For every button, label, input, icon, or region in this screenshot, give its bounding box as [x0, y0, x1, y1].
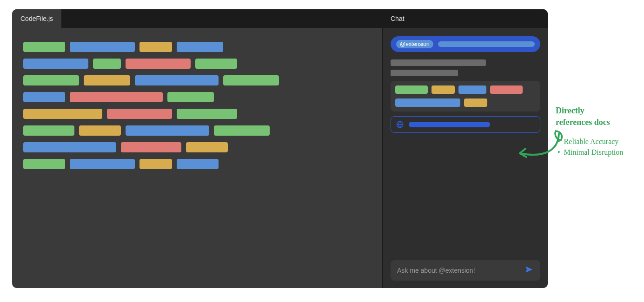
annotation: Directly references docs Reliable Accura… — [556, 105, 623, 158]
reply-text-line — [391, 70, 458, 76]
chat-body: @extension — [383, 28, 548, 254]
code-token — [84, 75, 130, 85]
chat-title: Chat — [391, 15, 405, 22]
code-token — [23, 92, 65, 102]
mention-badge: @extension — [396, 40, 433, 48]
code-line — [23, 59, 371, 69]
annotation-headline-line2: references docs — [556, 117, 623, 128]
code-token — [177, 109, 237, 119]
code-token — [195, 59, 237, 69]
code-token — [177, 159, 219, 169]
code-token — [23, 42, 65, 52]
code-token — [23, 159, 65, 169]
chat-input-placeholder: Ask me about @extension! — [397, 267, 520, 274]
annotation-bullet: Reliable Accuracy — [558, 137, 623, 147]
code-token — [121, 142, 181, 152]
snippet-row — [395, 85, 536, 94]
chat-input-area: Ask me about @extension! — [383, 254, 548, 288]
code-token — [135, 75, 219, 85]
code-line — [23, 125, 371, 136]
code-token — [23, 125, 74, 136]
annotation-bullets: Reliable AccuracyMinimal Disruption — [556, 137, 623, 158]
code-lines — [23, 42, 371, 169]
code-line — [23, 109, 371, 119]
code-token — [490, 85, 523, 94]
reply-text-line — [391, 59, 486, 66]
annotation-headline: Directly references docs — [556, 105, 623, 128]
code-line — [23, 92, 371, 102]
code-token — [395, 98, 460, 107]
code-line — [23, 159, 371, 169]
code-token — [70, 92, 163, 102]
code-token — [458, 85, 486, 94]
code-token — [23, 109, 102, 119]
code-token — [23, 142, 116, 152]
editor-pane: CodeFile.js — [12, 9, 383, 288]
assistant-reply — [391, 59, 540, 133]
editor-tab[interactable]: CodeFile.js — [12, 9, 61, 28]
send-icon[interactable] — [524, 265, 534, 276]
code-token — [139, 42, 172, 52]
code-token — [70, 42, 135, 52]
code-token — [214, 125, 270, 136]
code-token — [464, 98, 487, 107]
chat-header: Chat — [383, 9, 548, 28]
doc-reference-bar — [409, 122, 490, 127]
annotation-bullet: Minimal Disruption — [558, 147, 623, 158]
code-token — [70, 159, 135, 169]
code-token — [186, 142, 228, 152]
editor-tab-label: CodeFile.js — [20, 15, 53, 22]
code-token — [139, 159, 172, 169]
reply-text-lines — [391, 59, 540, 76]
ide-window: CodeFile.js Chat @extension — [12, 9, 548, 288]
code-line — [23, 142, 371, 152]
annotation-headline-line1: Directly — [556, 105, 623, 117]
code-token — [79, 125, 121, 136]
globe-icon — [396, 120, 404, 129]
user-message-bar — [438, 41, 535, 47]
code-token — [23, 59, 88, 69]
code-line — [23, 75, 371, 85]
code-token — [395, 85, 428, 94]
doc-reference-link[interactable] — [391, 116, 540, 133]
code-token — [432, 85, 455, 94]
user-message-pill: @extension — [391, 36, 540, 52]
code-token — [126, 59, 191, 69]
code-token — [177, 42, 223, 52]
reply-code-snippet — [391, 81, 540, 112]
code-token — [126, 125, 209, 136]
editor-body[interactable] — [12, 28, 382, 288]
code-token — [93, 59, 121, 69]
snippet-row — [395, 98, 536, 107]
tab-bar: CodeFile.js — [12, 9, 382, 28]
code-token — [223, 75, 279, 85]
chat-pane: Chat @extension — [383, 9, 548, 288]
code-token — [23, 75, 79, 85]
code-token — [167, 92, 214, 102]
code-line — [23, 42, 371, 52]
code-token — [107, 109, 172, 119]
chat-input[interactable]: Ask me about @extension! — [391, 260, 540, 281]
